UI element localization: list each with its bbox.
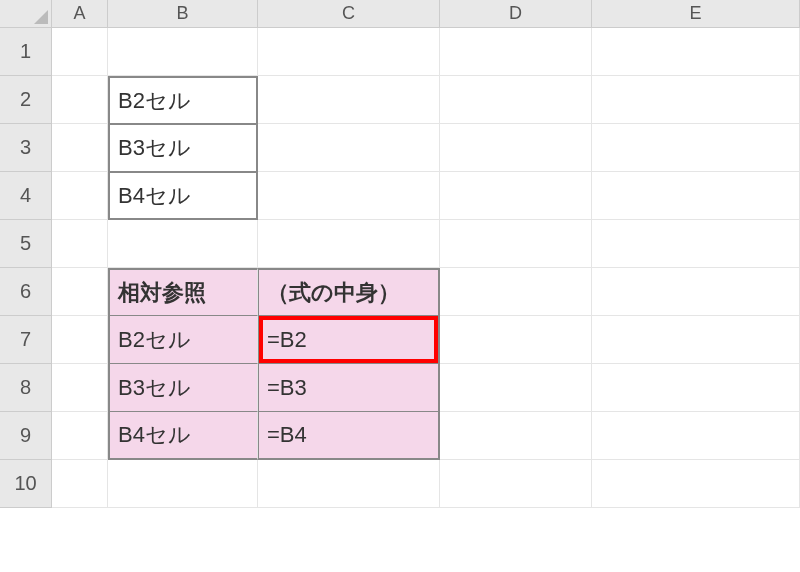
cell-E5[interactable]	[592, 220, 800, 268]
cell-E1[interactable]	[592, 28, 800, 76]
cell-A6[interactable]	[52, 268, 108, 316]
cell-B9[interactable]: B4セル	[108, 412, 258, 460]
cell-E4[interactable]	[592, 172, 800, 220]
cell-C10[interactable]	[258, 460, 440, 508]
cell-A1[interactable]	[52, 28, 108, 76]
cell-E9[interactable]	[592, 412, 800, 460]
col-header-B[interactable]: B	[108, 0, 258, 28]
cell-E8[interactable]	[592, 364, 800, 412]
cell-B10[interactable]	[108, 460, 258, 508]
cell-C7[interactable]: =B2	[258, 316, 440, 364]
cell-E2[interactable]	[592, 76, 800, 124]
cell-C4[interactable]	[258, 172, 440, 220]
cell-D9[interactable]	[440, 412, 592, 460]
cell-A7[interactable]	[52, 316, 108, 364]
cell-D10[interactable]	[440, 460, 592, 508]
col-header-C[interactable]: C	[258, 0, 440, 28]
cell-D6[interactable]	[440, 268, 592, 316]
col-header-E[interactable]: E	[592, 0, 800, 28]
cell-C6[interactable]: （式の中身）	[258, 268, 440, 316]
col-header-D[interactable]: D	[440, 0, 592, 28]
cell-B8[interactable]: B3セル	[108, 364, 258, 412]
select-all-corner[interactable]	[0, 0, 52, 28]
col-header-A[interactable]: A	[52, 0, 108, 28]
cell-C2[interactable]	[258, 76, 440, 124]
cell-E10[interactable]	[592, 460, 800, 508]
spreadsheet-grid: A B C D E 1 2 B2セル 3 B3セル 4 B4セル 5 6 相対参…	[0, 0, 800, 508]
row-header-10[interactable]: 10	[0, 460, 52, 508]
cell-A2[interactable]	[52, 76, 108, 124]
row-header-4[interactable]: 4	[0, 172, 52, 220]
cell-B4[interactable]: B4セル	[108, 172, 258, 220]
cell-D7[interactable]	[440, 316, 592, 364]
cell-B5[interactable]	[108, 220, 258, 268]
row-header-1[interactable]: 1	[0, 28, 52, 76]
row-header-8[interactable]: 8	[0, 364, 52, 412]
cell-A4[interactable]	[52, 172, 108, 220]
cell-E3[interactable]	[592, 124, 800, 172]
row-header-5[interactable]: 5	[0, 220, 52, 268]
cell-D1[interactable]	[440, 28, 592, 76]
cell-C5[interactable]	[258, 220, 440, 268]
cell-C3[interactable]	[258, 124, 440, 172]
cell-E6[interactable]	[592, 268, 800, 316]
cell-D2[interactable]	[440, 76, 592, 124]
cell-C8[interactable]: =B3	[258, 364, 440, 412]
cell-A10[interactable]	[52, 460, 108, 508]
cell-B6[interactable]: 相対参照	[108, 268, 258, 316]
cell-A5[interactable]	[52, 220, 108, 268]
cell-B2[interactable]: B2セル	[108, 76, 258, 124]
cell-D5[interactable]	[440, 220, 592, 268]
cell-B7[interactable]: B2セル	[108, 316, 258, 364]
cell-D4[interactable]	[440, 172, 592, 220]
row-header-2[interactable]: 2	[0, 76, 52, 124]
cell-B1[interactable]	[108, 28, 258, 76]
cell-C1[interactable]	[258, 28, 440, 76]
row-header-7[interactable]: 7	[0, 316, 52, 364]
cell-A3[interactable]	[52, 124, 108, 172]
cell-C9[interactable]: =B4	[258, 412, 440, 460]
row-header-3[interactable]: 3	[0, 124, 52, 172]
cell-A8[interactable]	[52, 364, 108, 412]
cell-E7[interactable]	[592, 316, 800, 364]
row-header-9[interactable]: 9	[0, 412, 52, 460]
cell-D3[interactable]	[440, 124, 592, 172]
cell-D8[interactable]	[440, 364, 592, 412]
cell-A9[interactable]	[52, 412, 108, 460]
cell-B3[interactable]: B3セル	[108, 124, 258, 172]
row-header-6[interactable]: 6	[0, 268, 52, 316]
